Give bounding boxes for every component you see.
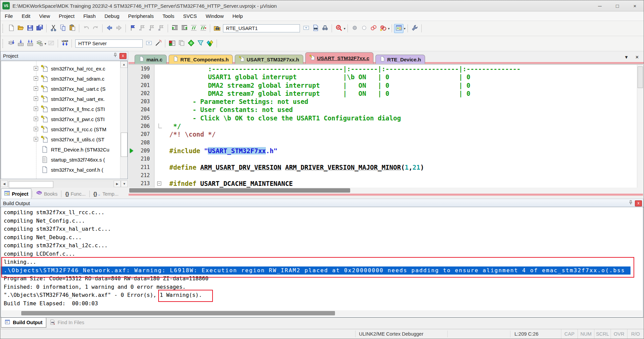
tree-item[interactable]: +stm32f7xx_ll_fmc.c (STI [1,104,120,114]
editor-horizontal-scrollbar[interactable] [129,188,643,194]
find-in-files-button[interactable] [212,24,222,33]
toolbar-grip[interactable] [2,39,4,48]
tree-item[interactable]: +stm32f7xx_ll_utils.c (ST [1,135,120,144]
tree-item[interactable]: +stm32f7xx_hal_rcc_ex.c [1,64,120,73]
menu-view[interactable]: View [35,11,54,21]
expand-icon[interactable]: + [34,117,38,121]
document-tab-usart-stm32f7xx-c[interactable]: USART_STM32F7xx.c [305,52,373,64]
menu-project[interactable]: Project [54,11,79,21]
pack-installer-button[interactable] [205,39,215,48]
manage-run-time-environment-button[interactable] [186,39,196,48]
expand-icon[interactable]: + [34,107,38,111]
expand-icon[interactable]: + [34,96,38,101]
build-output-log[interactable]: compiling stm32f7xx_ll_rcc.c...compiling… [1,207,643,317]
close-panel-icon[interactable]: x [635,200,642,206]
copy-button[interactable] [58,24,67,33]
bottom-tab-build-output[interactable]: Build Output [1,318,46,328]
menu-svcs[interactable]: SVCS [179,11,201,21]
paste-button[interactable] [67,24,77,33]
save-all-button[interactable] [35,24,44,33]
kill-all-breakpoints-button-dropdown-icon[interactable]: ▾ [388,27,390,30]
tree-item[interactable]: +stm32f7xx_ll_pwr.c (STI [1,114,120,124]
tree-item[interactable]: +stm32f7xx_hal_sdram.c [1,74,120,83]
tree-item[interactable]: +stm32f7xx_ll_rcc.c (STM [1,124,120,134]
manage-project-items-button[interactable] [167,39,177,48]
bookmark-previous-button[interactable] [137,24,147,33]
expand-icon[interactable]: + [34,137,38,141]
enable-disable-breakpoint-button[interactable] [359,24,369,33]
navigate-back-button[interactable] [105,24,114,33]
rebuild-all-button[interactable] [25,39,35,48]
search-in-files-button[interactable] [311,24,320,33]
tree-item[interactable]: RTE_Device.h (STM32Cu [1,145,120,154]
editor-vscroll-thumb[interactable] [638,66,643,88]
tree-item[interactable]: stm32f7xx_hal_conf.h ( [1,165,120,174]
indent-button[interactable] [170,24,179,33]
kill-all-breakpoints-button[interactable] [378,24,388,33]
find-button[interactable] [320,24,330,33]
open-file-button[interactable] [16,24,25,33]
cut-button[interactable] [49,24,58,33]
project-tree[interactable]: ▲ +stm32f7xx_hal_rcc_ex.c+stm32f7xx_hal_… [1,61,128,179]
menu-window[interactable]: Window [201,11,228,21]
build-button[interactable] [16,39,25,48]
project-windows-button[interactable] [394,24,403,33]
tree-item[interactable]: startup_stm32f746xx.s ( [1,155,120,164]
scroll-left-icon[interactable]: ◀ [1,180,8,187]
undo-button[interactable] [81,24,91,33]
scroll-up-icon[interactable]: ▲ [120,61,128,68]
menu-edit[interactable]: Edit [17,11,35,21]
bookmark-clear-all-button[interactable] [156,24,166,33]
document-tab-rte-device-h[interactable]: RTE_Device.h [375,55,425,64]
window-list-dropdown-icon[interactable]: ▼ [624,55,628,60]
expand-icon[interactable]: + [34,66,38,70]
file-extensions-books-button[interactable] [177,39,186,48]
editor-vertical-scrollbar[interactable] [637,65,643,188]
expand-icon[interactable]: + [34,76,38,81]
configuration-button[interactable] [410,24,419,33]
panel-tab-func[interactable]: {}Func... [62,189,88,199]
code-text-area[interactable]: :----------------------------------|:---… [169,65,637,188]
pin-icon[interactable] [628,200,634,207]
tree-vertical-scrollbar[interactable]: ▲ [120,61,128,179]
disable-all-breakpoints-button[interactable] [369,24,378,33]
options-for-target-button[interactable] [153,39,163,48]
tree-hscroll-thumb[interactable] [9,181,53,188]
fold-collapse-icon[interactable]: − [157,181,161,186]
target-combo-dropdown[interactable] [144,39,153,48]
bookmark-next-button[interactable] [147,24,156,33]
uncomment-selection-button[interactable] [198,24,208,33]
build-hscroll-thumb[interactable] [21,311,335,315]
code-editor[interactable]: 1992002012022032042052062072082092102112… [129,64,643,188]
toolbar-grip[interactable] [2,24,4,33]
tree-item[interactable]: +stm32f7xx_hal_uart_ex. [1,94,120,104]
find-text-combo[interactable]: RTE_USART1 [223,24,300,32]
document-tab-rte-components-h[interactable]: RTE_Components.h [169,55,233,64]
target-select-combo[interactable]: HTTP Server [75,39,143,48]
minimize-button[interactable]: ─ [591,0,609,11]
menu-file[interactable]: File [0,11,17,21]
panel-tab-temp[interactable]: {}→Temp... [90,189,121,199]
insert-breakpoint-button[interactable] [350,24,359,33]
save-button[interactable] [25,24,35,33]
select-software-packs-button[interactable] [196,39,205,48]
close-document-icon[interactable]: ✕ [635,55,639,60]
menu-peripherals[interactable]: Peripherals [124,11,158,21]
menu-flash[interactable]: Flash [79,11,100,21]
start-stop-debug-button-dropdown-icon[interactable]: ▾ [344,27,345,30]
tree-item[interactable]: +stm32f7xx_hal_uart.c (S [1,84,120,93]
document-tab-main-c[interactable]: main.c [135,55,167,64]
scroll-right-icon[interactable]: ▶ [114,180,121,187]
new-file-button[interactable] [6,24,16,33]
close-button[interactable]: × [626,0,644,11]
expand-icon[interactable]: + [34,86,38,91]
menu-tools[interactable]: Tools [158,11,179,21]
download-to-flash-button[interactable]: LOAD [60,39,69,48]
close-panel-icon[interactable]: x [119,53,127,59]
editor-hscroll-thumb[interactable] [129,188,350,193]
translate-button[interactable] [6,39,16,48]
batch-build-button[interactable] [35,39,44,48]
panel-tab-project[interactable]: Project [1,189,31,199]
stop-build-button[interactable] [46,39,56,48]
panel-tab-books[interactable]: Books [33,189,60,199]
